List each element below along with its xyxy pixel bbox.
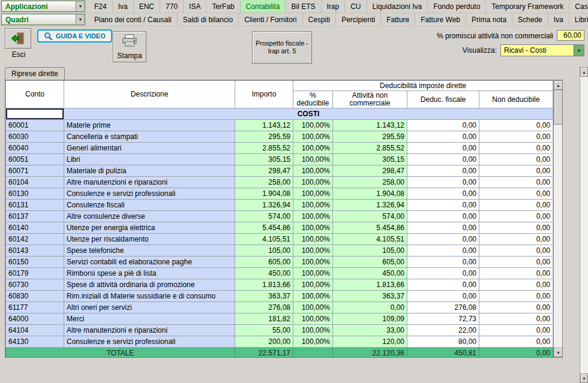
cell-deduc-fiscale[interactable]: 0,00 xyxy=(407,245,479,257)
tab-fatture[interactable]: Fatture xyxy=(381,13,415,26)
cell-conto[interactable]: 60130 xyxy=(6,188,64,200)
cell-perc-deducibile[interactable]: 100,00% xyxy=(293,131,333,143)
cell-perc-deducibile[interactable]: 100,00% xyxy=(293,325,333,336)
cell-conto[interactable]: 64130 xyxy=(6,336,64,348)
cell-attivita-non-commerciale[interactable]: 2.855,52 xyxy=(333,143,407,154)
cell-perc-deducibile[interactable]: 100,00% xyxy=(293,336,333,348)
cell-attivita-non-commerciale[interactable]: 4.105,51 xyxy=(333,234,407,245)
cell-importo[interactable]: 574,00 xyxy=(235,211,293,222)
cell-conto[interactable]: 60730 xyxy=(6,279,64,291)
cell-non-deducibile[interactable]: 0,00 xyxy=(479,143,553,154)
cell-deduc-fiscale[interactable]: 0,00 xyxy=(407,279,479,291)
tab-cespiti[interactable]: Cespiti xyxy=(303,13,337,26)
window-scrollbar[interactable]: ▲ ▼ xyxy=(580,67,588,383)
cell-importo[interactable]: 1.813,66 xyxy=(235,279,293,291)
cell-attivita-non-commerciale[interactable]: 5.454,86 xyxy=(333,222,407,234)
cell-non-deducibile[interactable]: 0,00 xyxy=(479,279,553,291)
tab-piano-dei-conti-causali[interactable]: Piano dei conti / Causali xyxy=(89,13,178,26)
cell-deduc-fiscale[interactable]: 0,00 xyxy=(407,188,479,200)
cell-conto[interactable]: 60030 xyxy=(6,131,64,143)
cell-non-deducibile[interactable]: 0,00 xyxy=(479,325,553,336)
cell-attivita-non-commerciale[interactable]: 305,15 xyxy=(333,154,407,165)
cell-descrizione[interactable]: Rimborsi spese a piè di lista xyxy=(64,268,235,279)
tab-saldi-di-bilancio[interactable]: Saldi di bilancio xyxy=(178,13,239,26)
cell-descrizione[interactable]: Altre consulenze diverse xyxy=(64,211,235,222)
tab-enc[interactable]: ENC xyxy=(134,0,160,13)
cell-descrizione[interactable]: Spese di attività ordinaria di promozion… xyxy=(64,279,235,291)
table-scrollbar[interactable]: ▲ ▼ xyxy=(553,80,563,357)
selected-cell[interactable] xyxy=(6,108,64,120)
cell-non-deducibile[interactable]: 0,00 xyxy=(479,131,553,143)
scroll-up-button[interactable]: ▲ xyxy=(580,67,588,77)
cell-conto[interactable]: 64000 xyxy=(6,313,64,325)
tab-bil-ets[interactable]: Bil ETS xyxy=(286,0,321,13)
cell-perc-deducibile[interactable]: 100,00% xyxy=(293,245,333,257)
tab-cu[interactable]: CU xyxy=(345,0,367,13)
cell-attivita-non-commerciale[interactable]: 605,00 xyxy=(333,257,407,268)
cell-descrizione[interactable]: Utenze per riscaldamento xyxy=(64,234,235,245)
tab-contabilit-[interactable]: Contabilità xyxy=(241,0,286,13)
scrollbar-thumb[interactable] xyxy=(554,90,563,125)
cell-non-deducibile[interactable]: 0,00 xyxy=(479,257,553,268)
cell-conto[interactable]: 60140 xyxy=(6,222,64,234)
cell-attivita-non-commerciale[interactable]: 295,59 xyxy=(333,131,407,143)
tab-terfab[interactable]: TerFab xyxy=(206,0,240,13)
cell-descrizione[interactable]: Consulenze fiscali xyxy=(64,200,235,211)
cell-importo[interactable]: 605,00 xyxy=(235,257,293,268)
cell-non-deducibile[interactable]: 0,00 xyxy=(479,245,553,257)
cell-importo[interactable]: 1.904,08 xyxy=(235,188,293,200)
tab-f24[interactable]: F24 xyxy=(89,0,113,13)
cell-deduc-fiscale[interactable]: 0,00 xyxy=(407,131,479,143)
cell-conto[interactable]: 60143 xyxy=(6,245,64,257)
cell-attivita-non-commerciale[interactable]: 258,00 xyxy=(333,177,407,188)
cell-attivita-non-commerciale[interactable]: 105,00 xyxy=(333,245,407,257)
tab-prima-nota[interactable]: Prima nota xyxy=(466,13,512,26)
tab-iva[interactable]: Iva xyxy=(548,13,569,26)
tab-irap[interactable]: Irap xyxy=(322,0,346,13)
cell-importo[interactable]: 1.143,12 xyxy=(235,120,293,131)
cell-attivita-non-commerciale[interactable]: 1.326,94 xyxy=(333,200,407,211)
chevron-down-icon[interactable]: ▼ xyxy=(76,14,85,25)
cell-deduc-fiscale[interactable]: 0,00 xyxy=(407,222,479,234)
cell-conto[interactable]: 60150 xyxy=(6,257,64,268)
cell-conto[interactable]: 60051 xyxy=(6,154,64,165)
cell-descrizione[interactable]: Spese telefoniche xyxy=(64,245,235,257)
cell-conto[interactable]: 60040 xyxy=(6,143,64,154)
cell-conto[interactable]: 60137 xyxy=(6,211,64,222)
cell-non-deducibile[interactable]: 0,00 xyxy=(479,165,553,177)
cell-importo[interactable]: 2.855,52 xyxy=(235,143,293,154)
cell-perc-deducibile[interactable]: 100,00% xyxy=(293,165,333,177)
cell-deduc-fiscale[interactable]: 0,00 xyxy=(407,268,479,279)
cell-descrizione[interactable]: Materie prime xyxy=(64,120,235,131)
chevron-down-icon[interactable]: ▼ xyxy=(574,45,584,56)
cell-perc-deducibile[interactable]: 100,00% xyxy=(293,268,333,279)
cell-attivita-non-commerciale[interactable]: 1.143,12 xyxy=(333,120,407,131)
cell-importo[interactable]: 200,00 xyxy=(235,336,293,348)
cell-deduc-fiscale[interactable]: 0,00 xyxy=(407,257,479,268)
cell-deduc-fiscale[interactable]: 276,08 xyxy=(407,302,479,313)
cell-conto[interactable]: 60142 xyxy=(6,234,64,245)
cell-non-deducibile[interactable]: 0,00 xyxy=(479,154,553,165)
tab-liquidazioni-iva[interactable]: Liquidazioni Iva xyxy=(367,0,428,13)
cell-non-deducibile[interactable]: 0,00 xyxy=(479,177,553,188)
cell-importo[interactable]: 258,00 xyxy=(235,177,293,188)
cell-deduc-fiscale[interactable]: 0,00 xyxy=(407,120,479,131)
tab-isa[interactable]: ISA xyxy=(184,0,206,13)
tab-schede[interactable]: Schede xyxy=(512,13,548,26)
cell-importo[interactable]: 305,15 xyxy=(235,154,293,165)
cell-deduc-fiscale[interactable]: 0,00 xyxy=(407,143,479,154)
cell-descrizione[interactable]: Consulenze e servizi professionali xyxy=(64,188,235,200)
tab-iva[interactable]: Iva xyxy=(113,0,134,13)
cell-attivita-non-commerciale[interactable]: 109,09 xyxy=(333,313,407,325)
tab-riprese-dirette[interactable]: Riprese dirette xyxy=(5,67,65,80)
stampa-button[interactable]: Stampa xyxy=(113,31,146,62)
cell-attivita-non-commerciale[interactable]: 363,37 xyxy=(333,291,407,302)
cell-importo[interactable]: 295,59 xyxy=(235,131,293,143)
cell-non-deducibile[interactable]: 0,00 xyxy=(479,222,553,234)
cell-importo[interactable]: 450,00 xyxy=(235,268,293,279)
cell-perc-deducibile[interactable]: 100,00% xyxy=(293,302,333,313)
cell-perc-deducibile[interactable]: 100,00% xyxy=(293,154,333,165)
cell-importo[interactable]: 363,37 xyxy=(235,291,293,302)
promiscui-input[interactable]: 60,00 xyxy=(557,30,584,41)
cell-importo[interactable]: 4.105,51 xyxy=(235,234,293,245)
